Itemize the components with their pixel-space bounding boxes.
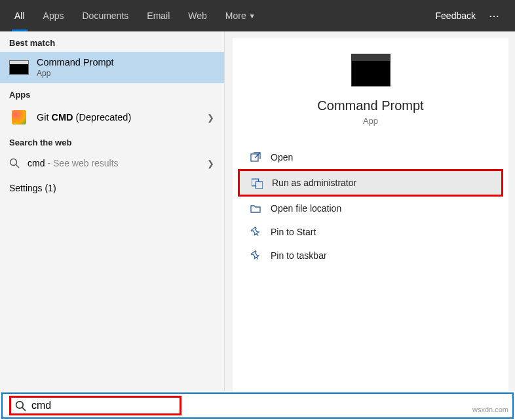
- chevron-right-icon: ❯: [207, 159, 215, 168]
- action-open-file-location[interactable]: Open file location: [237, 197, 505, 220]
- search-icon: [9, 158, 20, 168]
- shield-icon: [251, 177, 263, 189]
- tab-label: Apps: [43, 10, 64, 21]
- tab-label: Documents: [82, 10, 128, 21]
- search-icon: [15, 400, 26, 411]
- command-prompt-icon: [351, 54, 391, 86]
- watermark: wsxdn.com: [472, 406, 508, 413]
- best-match-result[interactable]: Command Prompt App: [0, 52, 224, 83]
- result-title: Command Prompt: [37, 57, 215, 67]
- result-text: Command Prompt App: [37, 57, 215, 78]
- chevron-right-icon: ❯: [207, 113, 215, 123]
- preview-subtitle: App: [363, 116, 378, 126]
- open-icon: [250, 151, 261, 163]
- result-title: Git CMD (Deprecated): [37, 112, 199, 123]
- web-header: Search the web: [0, 131, 224, 151]
- action-pin-to-taskbar[interactable]: Pin to taskbar: [237, 244, 505, 267]
- svg-rect-4: [256, 181, 263, 189]
- svg-rect-2: [251, 154, 258, 161]
- git-icon: [9, 109, 29, 126]
- chevron-down-icon: ▼: [249, 12, 256, 20]
- apps-result-git-cmd[interactable]: Git CMD (Deprecated) ❯: [0, 104, 224, 131]
- action-label: Open file location: [271, 203, 341, 214]
- svg-point-0: [10, 159, 17, 166]
- result-subtitle: App: [37, 69, 215, 78]
- highlight-annotation: [9, 396, 181, 415]
- top-bar: All Apps Documents Email Web More▼ Feedb…: [0, 0, 515, 31]
- action-label: Pin to Start: [271, 227, 316, 237]
- settings-result[interactable]: Settings (1): [0, 175, 224, 201]
- top-right: Feedback ⋯: [436, 10, 510, 22]
- action-label: Run as administrator: [272, 178, 356, 188]
- command-prompt-icon: [9, 59, 29, 76]
- tab-apps[interactable]: Apps: [34, 0, 73, 31]
- actions-list: Open Run as administrator Open file loca…: [233, 145, 508, 267]
- preview-title: Command Prompt: [317, 98, 423, 113]
- tab-web[interactable]: Web: [179, 0, 216, 31]
- action-open[interactable]: Open: [237, 145, 505, 169]
- top-tabs: All Apps Documents Email Web More▼: [5, 0, 436, 31]
- svg-line-6: [22, 408, 26, 411]
- action-label: Open: [271, 152, 293, 162]
- tab-label: All: [14, 10, 25, 21]
- tab-all[interactable]: All: [5, 0, 34, 31]
- feedback-link[interactable]: Feedback: [436, 10, 476, 21]
- search-bar[interactable]: [1, 392, 514, 419]
- folder-icon: [250, 202, 261, 214]
- best-match-header: Best match: [0, 31, 224, 52]
- results-pane: Best match Command Prompt App Apps Git C…: [0, 31, 225, 391]
- web-term: cmd- See web results: [28, 158, 119, 168]
- highlight-annotation: Run as administrator: [238, 169, 503, 197]
- tab-label: Email: [147, 10, 170, 21]
- more-options-button[interactable]: ⋯: [484, 10, 505, 22]
- search-input[interactable]: [31, 400, 162, 411]
- web-result[interactable]: cmd- See web results ❯: [0, 151, 224, 175]
- svg-line-1: [16, 165, 20, 168]
- apps-header: Apps: [0, 83, 224, 104]
- content-area: Best match Command Prompt App Apps Git C…: [0, 31, 515, 391]
- action-label: Pin to taskbar: [271, 250, 327, 261]
- tab-email[interactable]: Email: [138, 0, 179, 31]
- tab-label: Web: [188, 10, 207, 21]
- preview-pane: Command Prompt App Open Run as administr…: [233, 38, 508, 391]
- pin-icon: [250, 226, 261, 238]
- action-run-as-administrator[interactable]: Run as administrator: [240, 171, 501, 195]
- tab-more[interactable]: More▼: [216, 0, 265, 31]
- tab-label: More: [225, 10, 246, 21]
- svg-point-5: [16, 401, 24, 408]
- tab-documents[interactable]: Documents: [73, 0, 138, 31]
- action-pin-to-start[interactable]: Pin to Start: [237, 220, 505, 244]
- result-text: Git CMD (Deprecated): [37, 112, 199, 123]
- pin-icon: [250, 250, 261, 261]
